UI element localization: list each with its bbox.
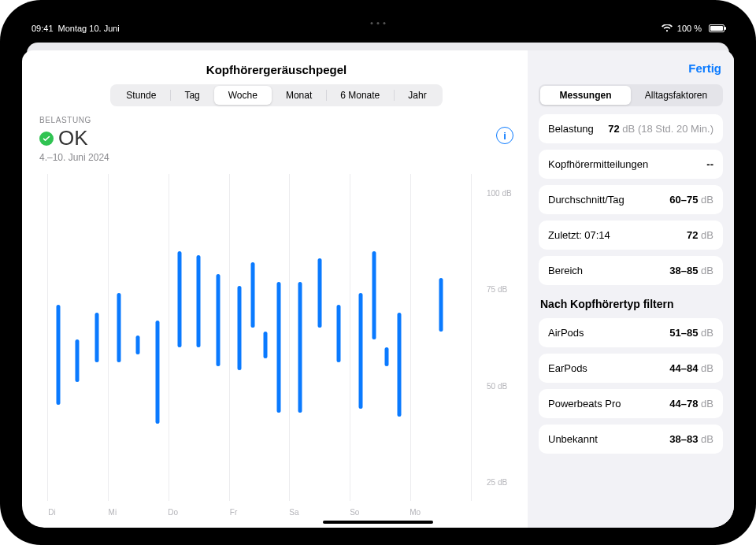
range-bar[interactable]	[238, 286, 242, 370]
range-bar[interactable]	[250, 262, 254, 328]
x-tick-label: So	[350, 508, 359, 517]
filter-card-1[interactable]: EarPods44–84 dB	[539, 354, 723, 383]
x-tick-label: Sa	[289, 508, 298, 517]
x-tick-label: Do	[168, 508, 178, 517]
filter-list: AirPods51–85 dBEarPods44–84 dBPowerbeats…	[539, 318, 723, 454]
info-button[interactable]: i	[496, 127, 513, 144]
metric-card-2[interactable]: Durchschnitt/Tag60–75 dB	[539, 185, 723, 214]
range-bar[interactable]	[155, 321, 159, 425]
filter-card-0-value: 51–85 dB	[669, 327, 713, 339]
range-bar[interactable]	[337, 305, 341, 362]
metric-card-0-value: 72 dB (18 Std. 20 Min.)	[608, 123, 713, 135]
range-bar[interactable]	[117, 293, 120, 362]
metric-card-3-value: 72 dB	[687, 229, 713, 241]
metric-card-3-label: Zuletzt: 07:14	[548, 229, 610, 241]
range-bar[interactable]	[56, 305, 60, 405]
modal-sheet: Kopfhörergeräuschpegel StundeTagWocheMon…	[22, 50, 734, 528]
grid-line	[229, 174, 230, 501]
range-bar[interactable]	[136, 336, 140, 354]
battery-icon	[706, 24, 724, 32]
metric-card-3[interactable]: Zuletzt: 07:1472 dB	[539, 221, 723, 250]
timescale-segmented-control[interactable]: StundeTagWocheMonat6 MonateJahr	[110, 84, 442, 106]
filter-card-0-label: AirPods	[548, 327, 584, 339]
range-bar[interactable]	[317, 258, 321, 328]
date-range: 4.–10. Juni 2024	[39, 152, 109, 163]
metric-card-4-label: Bereich	[548, 265, 583, 276]
grid-line	[410, 174, 411, 501]
done-button[interactable]: Fertig	[539, 60, 723, 76]
metric-card-0-label: Belastung	[548, 123, 594, 135]
range-bar[interactable]	[177, 251, 181, 347]
metric-card-1-label: Kopfhörermitteilungen	[548, 158, 648, 170]
filter-card-2-value: 44–78 dB	[669, 398, 713, 410]
grid-line	[108, 174, 109, 501]
range-bar[interactable]	[298, 282, 302, 413]
side-panel: Fertig MessungenAlltagsfaktoren Belastun…	[528, 50, 734, 528]
filter-card-1-value: 44–84 dB	[669, 362, 713, 374]
metric-card-4-value: 38–85 dB	[669, 265, 713, 276]
timescale-stunde[interactable]: Stunde	[112, 86, 170, 105]
multitask-dots-icon[interactable]	[371, 22, 386, 24]
battery-percent: 100 %	[677, 24, 702, 33]
y-tick-label: 75 dB	[487, 285, 507, 294]
grid-line	[47, 174, 48, 501]
range-bar[interactable]	[95, 313, 99, 362]
home-indicator[interactable]	[323, 521, 433, 524]
timescale-tag[interactable]: Tag	[170, 86, 213, 105]
range-bar[interactable]	[264, 332, 268, 358]
grid-line	[289, 174, 290, 501]
metric-card-2-value: 60–75 dB	[669, 194, 713, 206]
chart[interactable]: DiMiDoFrSaSoMo 25 dB50 dB75 dB100 dB	[39, 166, 513, 520]
y-tick-label: 50 dB	[487, 381, 507, 390]
filter-card-3[interactable]: Unbekannt38–83 dB	[539, 425, 723, 454]
x-tick-label: Mi	[109, 508, 117, 517]
range-bar[interactable]	[384, 347, 388, 366]
metric-card-4[interactable]: Bereich38–85 dB	[539, 256, 723, 285]
range-bar[interactable]	[276, 282, 280, 413]
main-panel: Kopfhörergeräuschpegel StundeTagWocheMon…	[22, 50, 528, 528]
x-tick-label: Mo	[410, 508, 421, 517]
x-tick-label: Fr	[230, 508, 237, 517]
grid-line	[169, 174, 169, 501]
page-title: Kopfhörergeräuschpegel	[39, 60, 513, 84]
y-tick-label: 100 dB	[487, 189, 512, 198]
range-bar[interactable]	[216, 274, 220, 366]
exposure-label: BELASTUNG	[39, 116, 109, 124]
range-bar[interactable]	[359, 293, 363, 408]
status-bar: 09:41 Montag 10. Juni 100 %	[17, 17, 739, 36]
status-time: 09:41	[32, 24, 54, 33]
timescale-6-monate[interactable]: 6 Monate	[326, 86, 394, 105]
side-tab-messungen[interactable]: Messungen	[540, 86, 631, 105]
filter-card-3-label: Unbekannt	[548, 433, 598, 445]
metric-card-1[interactable]: Kopfhörermitteilungen--	[539, 150, 723, 179]
range-bar[interactable]	[398, 313, 402, 417]
y-tick-label: 25 dB	[487, 477, 507, 486]
timescale-monat[interactable]: Monat	[272, 86, 326, 105]
filter-section-header: Nach Kopfhörertyp filtern	[539, 293, 723, 310]
filter-card-1-label: EarPods	[548, 362, 587, 374]
status-date: Montag 10. Juni	[58, 24, 120, 33]
wifi-icon	[662, 24, 673, 32]
range-bar[interactable]	[439, 278, 443, 332]
timescale-jahr[interactable]: Jahr	[394, 86, 440, 105]
screen: 09:41 Montag 10. Juni 100 % Kopfhörerger…	[17, 17, 739, 528]
metrics-list: Belastung72 dB (18 Std. 20 Min.)Kopfhöre…	[539, 114, 723, 285]
status-ok-icon	[39, 132, 54, 146]
timescale-woche[interactable]: Woche	[214, 86, 272, 105]
x-tick-label: Di	[48, 508, 55, 517]
filter-card-0[interactable]: AirPods51–85 dB	[539, 318, 723, 347]
side-tab-alltagsfaktoren[interactable]: Alltagsfaktoren	[631, 86, 721, 105]
range-bar[interactable]	[197, 255, 201, 347]
device-frame: 09:41 Montag 10. Juni 100 % Kopfhörerger…	[0, 0, 756, 545]
filter-card-2[interactable]: Powerbeats Pro44–78 dB	[539, 389, 723, 418]
metric-card-1-value: --	[706, 158, 713, 170]
grid-line	[471, 174, 472, 501]
side-segmented-control[interactable]: MessungenAlltagsfaktoren	[539, 84, 723, 106]
filter-card-2-label: Powerbeats Pro	[548, 398, 621, 410]
metric-card-0[interactable]: Belastung72 dB (18 Std. 20 Min.)	[539, 114, 723, 143]
status-text: OK	[58, 126, 88, 150]
range-bar[interactable]	[372, 251, 376, 339]
grid-line	[350, 174, 350, 501]
range-bar[interactable]	[76, 339, 80, 382]
metric-card-2-label: Durchschnitt/Tag	[548, 194, 624, 206]
